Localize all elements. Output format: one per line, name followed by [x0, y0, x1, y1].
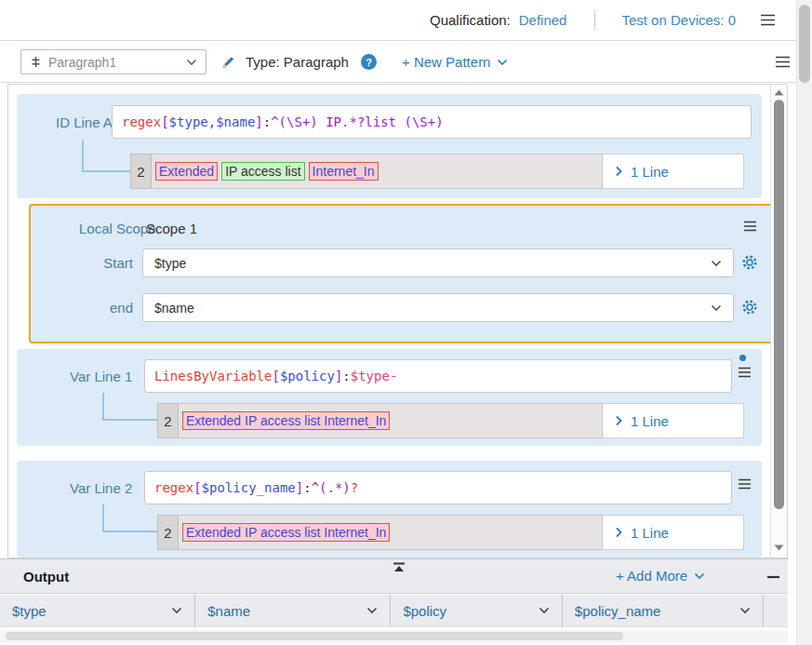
- expand-lines-button[interactable]: 1 Line: [603, 154, 744, 189]
- scope-end-label: end: [31, 300, 133, 316]
- collapse-panel-icon[interactable]: [393, 562, 406, 572]
- code-token: [: [161, 114, 168, 129]
- toolbar-menu-icon[interactable]: [775, 56, 791, 68]
- var-line-2-panel: Var Line 2 regex[$policy_name]:^(.*)? 2 …: [17, 461, 762, 558]
- code-token: $type-: [351, 369, 398, 383]
- local-scope-panel: Local Scope Scope 1 Start $type end $nam…: [29, 204, 774, 343]
- code-token: ]: [296, 480, 303, 495]
- match-preview-bar: Extended IP access list Internet_In: [179, 515, 603, 550]
- code-token: $policy: [280, 369, 335, 383]
- chevron-down-icon: [497, 59, 508, 66]
- scope-start-select[interactable]: $type: [142, 249, 734, 277]
- output-variable-value: $name: [207, 603, 366, 619]
- code-token: ]: [255, 114, 262, 129]
- match-token: IP access list: [221, 162, 304, 181]
- add-more-button[interactable]: + Add More: [616, 568, 705, 584]
- output-variable-select[interactable]: $type: [0, 595, 195, 626]
- code-token: :: [342, 369, 350, 383]
- chevron-right-icon: [616, 415, 622, 426]
- scrollbar-thumb[interactable]: [799, 5, 810, 83]
- connector-line: [102, 531, 157, 532]
- match-token: Extended: [155, 162, 218, 181]
- pattern-selector[interactable]: Paragraph1: [20, 49, 206, 74]
- var-line-1-pattern-input[interactable]: LinesByVariable[$policy]:$type-: [144, 359, 732, 393]
- scrollbar-thumb[interactable]: [6, 632, 623, 640]
- scroll-up-arrow-icon[interactable]: [774, 89, 784, 96]
- scope-start-gear-icon[interactable]: [741, 254, 758, 275]
- output-row-filler: [764, 595, 788, 626]
- test-on-devices-link[interactable]: Test on Devices: 0: [621, 12, 736, 28]
- code-token: regex: [154, 480, 193, 495]
- expand-lines-button[interactable]: 1 Line: [603, 403, 744, 438]
- page-scrollbar[interactable]: [796, 0, 812, 645]
- chevron-down-icon: [366, 607, 378, 614]
- expand-lines-button[interactable]: 1 Line: [603, 515, 744, 550]
- match-token: Internet_In: [309, 162, 379, 181]
- scope-start-value: $type: [154, 256, 711, 271]
- new-pattern-button[interactable]: + New Pattern: [402, 54, 508, 70]
- code-token: :: [263, 114, 271, 129]
- connector-line: [102, 504, 104, 532]
- chevron-right-icon: [616, 527, 622, 538]
- edit-pencil-icon[interactable]: [220, 53, 237, 71]
- var-line-1-menu-icon[interactable]: [738, 367, 752, 378]
- chevron-down-icon: [171, 607, 182, 614]
- chevron-down-icon: [694, 572, 705, 580]
- output-variable-value: $type: [12, 603, 171, 619]
- code-token: regex: [122, 114, 161, 129]
- pattern-canvas: ID Line A regex[$type,$name]:^(\S+) IP.*…: [7, 84, 788, 558]
- add-more-label: + Add More: [616, 568, 687, 584]
- local-scope-menu-icon[interactable]: [743, 221, 757, 232]
- code-token: [: [193, 480, 201, 495]
- scope-end-gear-icon[interactable]: [741, 299, 758, 319]
- scope-end-select[interactable]: $name: [142, 293, 734, 322]
- scope-start-label: Start: [31, 255, 133, 271]
- output-variable-value: $policy: [403, 603, 538, 619]
- pattern-toolbar: Paragraph1 Type: Paragraph ? + New Patte…: [0, 42, 796, 83]
- output-variable-select[interactable]: $policy_name: [563, 595, 764, 626]
- match-preview-bar: Extended IP access list Internet_In: [179, 403, 603, 438]
- id-line-pattern-input[interactable]: regex[$type,$name]:^(\S+) IP.*?list (\S+…: [112, 105, 752, 139]
- notification-dot: [739, 355, 746, 361]
- match-preview-bar: Extended IP access list Internet_In: [152, 154, 603, 189]
- horizontal-scrollbar[interactable]: [0, 630, 788, 643]
- pattern-editor-window: Qualification: Defined Test on Devices: …: [0, 0, 812, 645]
- code-token: $policy_name: [202, 480, 296, 495]
- qualification-label: Qualification:: [430, 12, 511, 28]
- connector-line: [82, 170, 131, 172]
- output-title: Output: [23, 569, 69, 585]
- minimize-icon[interactable]: [766, 575, 780, 579]
- var-line-2-label: Var Line 2: [70, 480, 132, 496]
- code-token: ?: [351, 480, 358, 495]
- canvas-scrollbar[interactable]: [770, 85, 787, 558]
- help-icon[interactable]: ?: [361, 54, 377, 70]
- code-token: [: [272, 369, 279, 383]
- output-variable-select[interactable]: $policy: [391, 595, 562, 626]
- scroll-down-arrow-icon[interactable]: [774, 544, 784, 551]
- id-line-label: ID Line A: [56, 114, 113, 130]
- header-divider: [594, 10, 595, 30]
- output-variables-row: $type $name $policy $policy_name: [0, 595, 788, 627]
- connector-line: [102, 419, 157, 421]
- match-count-badge: 2: [130, 154, 152, 189]
- expand-lines-label: 1 Line: [631, 164, 669, 180]
- chevron-down-icon: [539, 607, 550, 614]
- chevron-down-icon: [739, 607, 751, 614]
- local-scope-label: Local Scope: [79, 221, 156, 236]
- var-line-2-pattern-input[interactable]: regex[$policy_name]:^(.*)?: [144, 471, 732, 504]
- scrollbar-thumb[interactable]: [774, 100, 784, 509]
- pattern-selector-value: Paragraph1: [48, 55, 180, 70]
- qualification-value-link[interactable]: Defined: [519, 12, 567, 28]
- pattern-tree-icon: [30, 56, 42, 68]
- chevron-down-icon: [711, 260, 722, 267]
- var-line-1-match-row: 2 Extended IP access list Internet_In 1 …: [157, 403, 744, 438]
- var-line-2-match-row: 2 Extended IP access list Internet_In 1 …: [157, 515, 744, 550]
- var-line-2-menu-icon[interactable]: [738, 478, 752, 490]
- match-count-badge: 2: [157, 515, 179, 550]
- id-line-panel: ID Line A regex[$type,$name]:^(\S+) IP.*…: [17, 94, 762, 198]
- header-bar: Qualification: Defined Test on Devices: …: [0, 0, 796, 41]
- id-line-match-row: 2 Extended IP access list Internet_In 1 …: [130, 154, 744, 189]
- output-variable-select[interactable]: $name: [195, 595, 391, 626]
- var-line-1-label: Var Line 1: [70, 369, 132, 384]
- header-menu-icon[interactable]: [760, 14, 776, 26]
